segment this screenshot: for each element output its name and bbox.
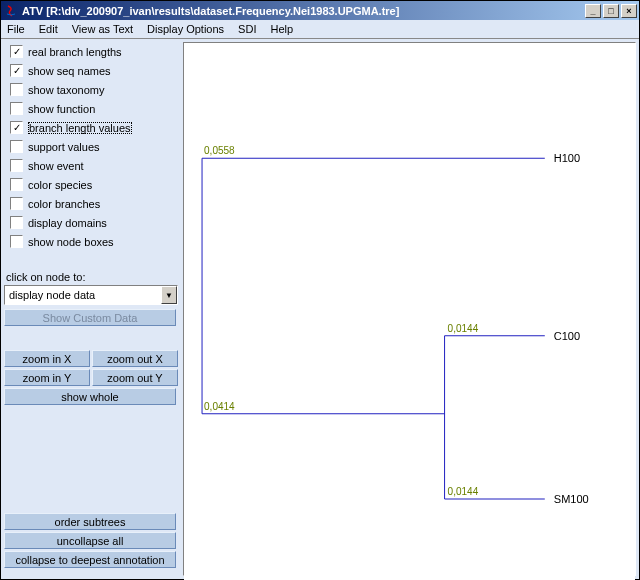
window-buttons: _ □ × (583, 4, 637, 18)
checkbox-label: show seq names (28, 65, 111, 77)
checkbox-label: support values (28, 141, 100, 153)
maximize-button[interactable]: □ (603, 4, 619, 18)
branch-length-root-top: 0,0558 (204, 145, 235, 156)
checkbox-icon[interactable] (10, 102, 23, 115)
window-title: ATV [R:\div_200907_ivan\results\dataset.… (22, 5, 583, 17)
show-whole-button[interactable]: show whole (4, 388, 176, 405)
titlebar[interactable]: ATV [R:\div_200907_ivan\results\dataset.… (1, 1, 639, 20)
branch-length-root-bottom: 0,0414 (204, 401, 235, 412)
java-icon (3, 3, 19, 19)
zoom-in-y-button[interactable]: zoom in Y (4, 369, 90, 386)
checkbox-icon[interactable] (10, 83, 23, 96)
checkbox-icon[interactable] (10, 64, 23, 77)
combo-value: display node data (5, 289, 161, 301)
menu-file[interactable]: File (7, 23, 25, 35)
checkbox-row[interactable]: display domains (4, 213, 180, 232)
checkbox-label: color species (28, 179, 92, 191)
checkbox-row[interactable]: real branch lengths (4, 42, 180, 61)
sidebar: real branch lengthsshow seq namesshow ta… (4, 42, 180, 576)
zoom-in-x-button[interactable]: zoom in X (4, 350, 90, 367)
zoom-out-x-button[interactable]: zoom out X (92, 350, 178, 367)
checkbox-label: show function (28, 103, 95, 115)
order-subtrees-button[interactable]: order subtrees (4, 513, 176, 530)
checkbox-icon[interactable] (10, 159, 23, 172)
checkbox-row[interactable]: show event (4, 156, 180, 175)
checkbox-row[interactable]: show node boxes (4, 232, 180, 251)
seq-label-h100: H100 (554, 152, 580, 164)
collapse-deepest-button[interactable]: collapse to deepest annotation (4, 551, 176, 568)
node-action-combo[interactable]: display node data ▼ (4, 285, 178, 305)
checkbox-row[interactable]: branch length values (4, 118, 180, 137)
checkbox-icon[interactable] (10, 140, 23, 153)
tree-canvas[interactable]: 0,0558 0,0414 0,0144 0,0144 H100 C100 SM… (183, 42, 636, 576)
checkbox-row[interactable]: color branches (4, 194, 180, 213)
app-window: ATV [R:\div_200907_ivan\results\dataset.… (0, 0, 640, 580)
menu-view-as-text[interactable]: View as Text (72, 23, 133, 35)
checkbox-icon[interactable] (10, 121, 23, 134)
checkbox-icon[interactable] (10, 45, 23, 58)
checkbox-row[interactable]: show taxonomy (4, 80, 180, 99)
menu-sdi[interactable]: SDI (238, 23, 256, 35)
chevron-down-icon[interactable]: ▼ (161, 286, 177, 304)
checkbox-icon[interactable] (10, 178, 23, 191)
checkbox-row[interactable]: color species (4, 175, 180, 194)
checkbox-row[interactable]: show seq names (4, 61, 180, 80)
checkbox-row[interactable]: support values (4, 137, 180, 156)
branch-length-sm100: 0,0144 (448, 486, 479, 497)
checkbox-label: branch length values (28, 122, 132, 134)
checkbox-label: show taxonomy (28, 84, 104, 96)
checkbox-label: display domains (28, 217, 107, 229)
checkbox-label: color branches (28, 198, 100, 210)
checkbox-icon[interactable] (10, 235, 23, 248)
client-area: real branch lengthsshow seq namesshow ta… (1, 39, 639, 579)
checkbox-icon[interactable] (10, 216, 23, 229)
click-on-node-label: click on node to: (4, 265, 180, 285)
tree-svg: 0,0558 0,0414 0,0144 0,0144 H100 C100 SM… (184, 43, 635, 580)
menubar: File Edit View as Text Display Options S… (1, 20, 639, 39)
uncollapse-all-button[interactable]: uncollapse all (4, 532, 176, 549)
close-button[interactable]: × (621, 4, 637, 18)
menu-edit[interactable]: Edit (39, 23, 58, 35)
show-custom-data-button[interactable]: Show Custom Data (4, 309, 176, 326)
menu-help[interactable]: Help (270, 23, 293, 35)
minimize-button[interactable]: _ (585, 4, 601, 18)
checkbox-label: show event (28, 160, 84, 172)
seq-label-c100: C100 (554, 330, 580, 342)
menu-display-options[interactable]: Display Options (147, 23, 224, 35)
checkbox-label: show node boxes (28, 236, 114, 248)
zoom-out-y-button[interactable]: zoom out Y (92, 369, 178, 386)
seq-label-sm100: SM100 (554, 493, 589, 505)
checkbox-icon[interactable] (10, 197, 23, 210)
checkbox-row[interactable]: show function (4, 99, 180, 118)
branch-length-c100: 0,0144 (448, 323, 479, 334)
checkbox-label: real branch lengths (28, 46, 122, 58)
